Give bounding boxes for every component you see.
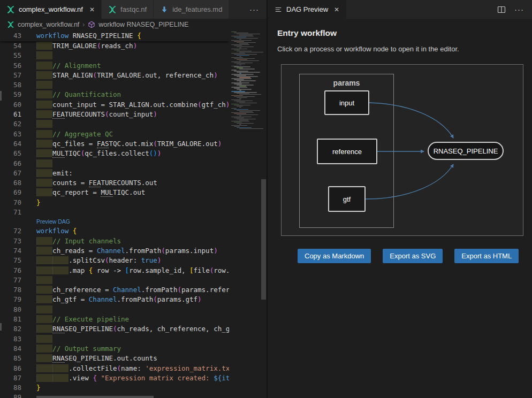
code-line[interactable]: 55 bbox=[0, 51, 229, 60]
code-line[interactable]: 86 .collectFile(name: 'expression_matrix… bbox=[0, 364, 229, 373]
line-number: 69 bbox=[0, 188, 21, 197]
editor-tab-bar: complex_workflow.nf✕fastqc.nfide_feature… bbox=[0, 0, 267, 19]
minimap-line bbox=[234, 58, 255, 59]
minimap-line bbox=[231, 62, 241, 62]
minimap-line bbox=[234, 45, 242, 46]
minimap-line bbox=[234, 118, 244, 118]
breadcrumb-separator: › bbox=[82, 21, 85, 28]
line-number: 73 bbox=[0, 236, 21, 246]
dag-canvas: params input reference gtf RNASEQ_PIPELI… bbox=[281, 64, 523, 236]
tab-dag-preview[interactable]: DAG Preview ✕ bbox=[268, 0, 346, 19]
tab-complex_workflow-nf[interactable]: complex_workflow.nf✕ bbox=[0, 0, 102, 19]
line-number: 65 bbox=[0, 149, 21, 158]
line-number: 56 bbox=[0, 61, 21, 71]
code-line[interactable]: 62 bbox=[0, 119, 229, 129]
close-icon[interactable]: ✕ bbox=[89, 6, 95, 13]
code-line[interactable]: 80 bbox=[0, 305, 229, 315]
code-line[interactable]: 64 qc_files = FASTQC.out.mix(TRIM_GALORE… bbox=[0, 139, 229, 149]
codelens-preview-dag[interactable]: Preview DAG bbox=[0, 217, 229, 226]
code-line[interactable]: 68 counts = FEATURECOUNTS.out bbox=[0, 178, 229, 188]
line-number: 64 bbox=[0, 139, 21, 149]
line-number: 66 bbox=[0, 159, 21, 169]
code-line[interactable]: 57 STAR_ALIGN(TRIM_GALORE.out, reference… bbox=[0, 71, 229, 80]
code-line[interactable]: 72workflow { bbox=[0, 226, 229, 236]
code-line[interactable]: 71 bbox=[0, 208, 229, 217]
markdown-arrow-icon bbox=[160, 5, 169, 14]
code-line[interactable]: 70} bbox=[0, 198, 229, 208]
code-line[interactable]: 66 bbox=[0, 159, 229, 169]
code-line[interactable]: 58 bbox=[0, 80, 229, 90]
dag-node-input[interactable]: input bbox=[324, 90, 369, 115]
export-as-html-button[interactable]: Export as HTML bbox=[454, 249, 519, 263]
code-line[interactable]: 67 emit: bbox=[0, 169, 229, 178]
code-line[interactable]: 59 // Quantification bbox=[0, 90, 229, 100]
code-line[interactable]: 61 FEATURECOUNTS(count_input) bbox=[0, 110, 229, 119]
vertical-scrollbar-thumb[interactable] bbox=[261, 179, 266, 300]
horizontal-scrollbar-thumb[interactable] bbox=[36, 396, 154, 398]
tab-overflow-button[interactable]: ··· bbox=[242, 0, 267, 19]
minimap-line bbox=[239, 52, 263, 52]
code-line[interactable]: 63 // Aggregate QC bbox=[0, 129, 229, 139]
split-editor-icon[interactable] bbox=[497, 5, 506, 14]
tab-ide_features-md[interactable]: ide_features.md bbox=[154, 0, 229, 19]
sticky-scroll-line[interactable]: 43 workflow RNASEQ_PIPELINE { bbox=[0, 30, 229, 41]
code-line[interactable]: 56 // Alignment bbox=[0, 61, 229, 71]
code-line[interactable]: 79 ch_gtf = Channel.fromPath(params.gtf) bbox=[0, 295, 229, 304]
code-line[interactable]: 69 qc_report = MULTIQC.out bbox=[0, 188, 229, 197]
code-line[interactable]: 76 .map { row -> [row.sample_id, [file(r… bbox=[0, 266, 229, 275]
code-area[interactable]: 43 workflow RNASEQ_PIPELINE { 54 TRIM_GA… bbox=[0, 30, 229, 398]
more-actions-icon[interactable]: ··· bbox=[514, 5, 524, 14]
code-line[interactable]: 88} bbox=[0, 383, 229, 393]
line-number: 58 bbox=[0, 80, 21, 90]
tab-label: ide_features.md bbox=[172, 5, 222, 13]
code-line[interactable]: 60 count_input = STAR_ALIGN.out.combine(… bbox=[0, 100, 229, 110]
line-content: ch_reads = Channel.fromPath(params.input… bbox=[36, 246, 218, 256]
minimap-line bbox=[239, 107, 241, 108]
tab-fastqc-nf[interactable]: fastqc.nf bbox=[102, 0, 154, 19]
line-content: .view { "Expression matrix created: ${it… bbox=[36, 373, 229, 383]
code-line[interactable]: 87 .view { "Expression matrix created: $… bbox=[0, 373, 229, 383]
code-line[interactable]: 81 // Execute pipeline bbox=[0, 315, 229, 324]
minimap-line bbox=[239, 56, 241, 57]
minimap-line bbox=[231, 121, 249, 121]
line-content bbox=[36, 305, 52, 315]
line-number: 67 bbox=[0, 169, 21, 178]
minimap-line bbox=[237, 97, 247, 98]
params-group-label: params bbox=[300, 79, 393, 87]
line-content: // Alignment bbox=[36, 61, 101, 71]
minimap-line bbox=[231, 112, 254, 113]
line-content bbox=[36, 51, 52, 60]
code-line[interactable]: 54 TRIM_GALORE(reads_ch) bbox=[0, 41, 229, 51]
code-line[interactable]: 78 ch_reference = Channel.fromPath(param… bbox=[0, 285, 229, 295]
dag-node-reference[interactable]: reference bbox=[317, 139, 377, 164]
code-line[interactable]: 85 RNASEQ_PIPELINE.out.counts bbox=[0, 354, 229, 363]
breadcrumb-symbol[interactable]: workflow RNASEQ_PIPELINE bbox=[98, 21, 188, 28]
export-as-svg-button[interactable]: Export as SVG bbox=[383, 249, 443, 263]
line-content: qc_files = FASTQC.out.mix(TRIM_GALORE.ou… bbox=[36, 139, 222, 149]
line-content: counts = FEATURECOUNTS.out bbox=[36, 178, 157, 188]
nextflow-icon bbox=[6, 5, 15, 14]
code-line[interactable]: 82 RNASEQ_PIPELINE(ch_reads, ch_referenc… bbox=[0, 324, 229, 334]
code-line[interactable]: 84 // Output summary bbox=[0, 344, 229, 354]
minimap[interactable] bbox=[229, 30, 261, 398]
code-line[interactable]: 65 MULTIQC(qc_files.collect()) bbox=[0, 149, 229, 158]
code-line[interactable]: 73 // Input channels bbox=[0, 236, 229, 246]
line-content: ch_gtf = Channel.fromPath(params.gtf) bbox=[36, 295, 202, 304]
minimap-line bbox=[234, 50, 240, 50]
line-number: 54 bbox=[0, 41, 21, 51]
line-number: 72 bbox=[0, 226, 21, 236]
dag-node-gtf[interactable]: gtf bbox=[328, 186, 366, 212]
dag-preview-panel: DAG Preview ✕ ··· Entry workflow Click o… bbox=[268, 0, 532, 398]
code-line[interactable]: 74 ch_reads = Channel.fromPath(params.in… bbox=[0, 246, 229, 256]
code-line[interactable]: 77 bbox=[0, 275, 229, 285]
copy-as-markdown-button[interactable]: Copy as Markdown bbox=[298, 249, 371, 263]
code-line[interactable]: 83 bbox=[0, 334, 229, 344]
line-content: STAR_ALIGN(TRIM_GALORE.out, reference_ch… bbox=[36, 71, 218, 80]
line-content: count_input = STAR_ALIGN.out.combine(gtf… bbox=[36, 100, 229, 110]
code-editor[interactable]: 43 workflow RNASEQ_PIPELINE { 54 TRIM_GA… bbox=[0, 30, 267, 398]
close-icon[interactable]: ✕ bbox=[334, 6, 339, 13]
code-line[interactable]: 75 .splitCsv(header: true) bbox=[0, 256, 229, 265]
dag-node-rnaseq-pipeline[interactable]: RNASEQ_PIPELINE bbox=[428, 142, 504, 160]
breadcrumb-file[interactable]: complex_workflow.nf bbox=[18, 21, 79, 28]
line-number: 63 bbox=[0, 129, 21, 139]
